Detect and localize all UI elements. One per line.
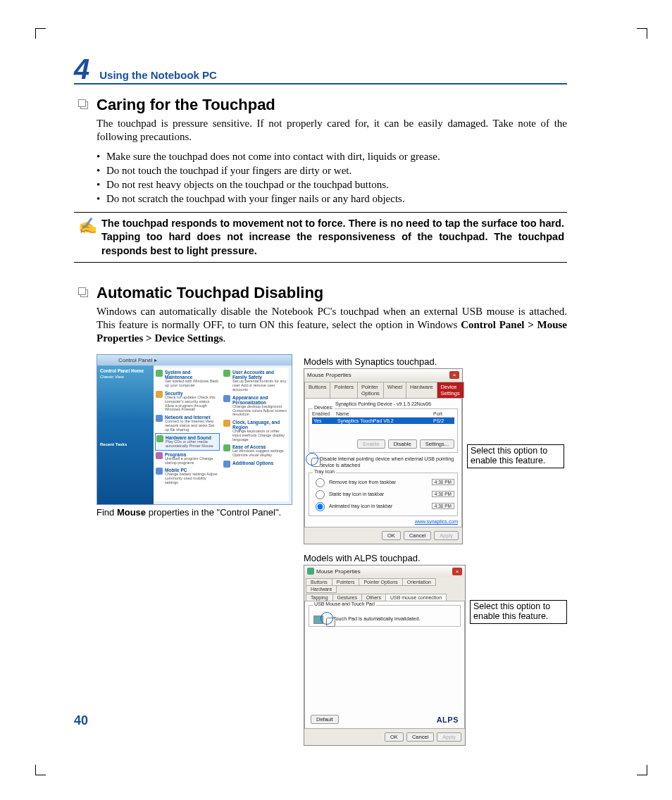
chapter-heading: 4 Using the Notebook PC	[74, 55, 567, 85]
cp-sub: Play CDs or other media automatically Pr…	[166, 440, 218, 449]
category-icon	[223, 444, 230, 451]
callout-alps: Select this option to enable this featur…	[470, 600, 567, 624]
checkbox-label: Touch Pad is automatically invalidated.	[333, 615, 420, 622]
tray-icon-group-label: Tray Icon	[313, 469, 336, 474]
note-icon: ✍	[74, 217, 101, 258]
synaptics-dialog: Mouse Properties × Buttons Pointers Poin…	[304, 368, 463, 544]
cancel-button[interactable]: Cancel	[406, 732, 434, 742]
time-preview: 4:30 PM	[432, 491, 454, 497]
category-icon	[223, 461, 230, 468]
category-icon	[156, 468, 163, 475]
ok-button[interactable]: OK	[382, 531, 401, 540]
radio-label: Static tray icon in taskbar	[329, 492, 384, 496]
sidebar-recent-title: Recent Tasks	[100, 442, 151, 446]
col-header: Enabled	[312, 411, 336, 416]
list-item: Do not scratch the touchpad with your fi…	[97, 193, 567, 205]
cell: PS/2	[433, 418, 454, 423]
time-preview: 4:30 PM	[432, 503, 454, 509]
cell: Yes	[312, 418, 337, 423]
tab-pointers[interactable]: Pointers	[330, 382, 358, 398]
cp-sub: Uninstall a program Change startup progr…	[165, 457, 219, 465]
note-text: The touchpad responds to movement not to…	[101, 217, 567, 258]
tab-bar: Buttons Pointers Pointer Options Wheel H…	[304, 380, 462, 398]
section-title-caring: Caring for the Touchpad	[97, 96, 567, 114]
figure-caption: Find Mouse properties in the "Control Pa…	[97, 507, 291, 518]
cp-hardware-sound-highlighted: Hardware and SoundPlay CDs or other medi…	[155, 433, 220, 451]
section-title-auto-disable: Automatic Touchpad Disabling	[97, 284, 567, 302]
cp-category: Additional Options	[232, 461, 273, 465]
category-icon	[156, 391, 163, 398]
close-icon[interactable]: ×	[449, 371, 459, 379]
cell: Synaptics TouchPad V6.2	[337, 418, 433, 423]
cp-sub: Change battery settings Adjust commonly …	[165, 473, 219, 485]
alps-header: Models with ALPS touchpad.	[304, 553, 567, 563]
radio-label: Animated tray icon in taskbar	[329, 504, 392, 508]
radio-label: Remove tray icon from taskbar	[329, 480, 396, 485]
category-icon	[156, 370, 163, 377]
checkbox-label: Disable internal pointing device when ex…	[320, 456, 454, 468]
alps-dialog: Mouse Properties × Buttons Pointers Poin…	[304, 565, 466, 746]
control-panel-sidebar: Control Panel Home Classic View Recent T…	[97, 365, 154, 504]
disable-button[interactable]: Disable	[388, 439, 417, 449]
section1-intro: The touchpad is pressure sensitive. If n…	[97, 117, 567, 144]
tab-hardware[interactable]: Hardware	[406, 382, 437, 398]
cp-category: User Accounts and Family Safety	[232, 370, 287, 380]
caption-text: properties in the "Control Panel".	[146, 507, 281, 518]
alps-logo: ALPS	[437, 715, 459, 724]
cancel-button[interactable]: Cancel	[404, 531, 431, 540]
tab-wheel[interactable]: Wheel	[383, 382, 406, 398]
cp-sub: Let Windows suggest settings Optimize vi…	[232, 449, 287, 458]
sidebar-title: Control Panel Home	[100, 368, 151, 373]
radio-animated-tray[interactable]: Animated tray icon in taskbar	[312, 500, 392, 511]
list-item: Do not touch the touchpad if your finger…	[97, 165, 567, 177]
col-header: Port	[433, 411, 454, 416]
radio-remove-tray[interactable]: Remove tray icon from taskbar	[312, 476, 396, 487]
tab-buttons[interactable]: Buttons	[304, 382, 330, 398]
ok-button[interactable]: OK	[385, 732, 404, 742]
chapter-title: Using the Notebook PC	[99, 69, 217, 81]
tab-hardware[interactable]: Hardware	[306, 585, 337, 593]
cp-category: System and Maintenance	[165, 370, 219, 380]
cp-sub: Get started with Windows Back up your co…	[165, 380, 219, 388]
dialog-title: Mouse Properties	[316, 568, 361, 575]
cp-sub: Change keyboards or other input methods …	[232, 430, 287, 442]
enable-button: Enable	[357, 439, 385, 449]
apply-button: Apply	[434, 531, 459, 540]
category-icon	[156, 435, 163, 442]
default-button[interactable]: Default	[311, 715, 339, 724]
close-icon[interactable]: ×	[452, 568, 462, 575]
settings-button[interactable]: Settings...	[420, 439, 454, 449]
tab-orientation[interactable]: Orientation	[402, 578, 436, 586]
note-callout: ✍ The touchpad responds to movement not …	[74, 212, 567, 263]
cp-sub: Change desktop background Customize colo…	[232, 405, 287, 417]
tab-pointer-options[interactable]: Pointer Options	[357, 382, 384, 398]
cp-sub: Connect to the Internet View network sta…	[165, 420, 219, 432]
precautions-list: Make sure the touchpad does not come int…	[97, 151, 567, 205]
tab-device-settings[interactable]: Device Settings	[437, 382, 464, 398]
col-header: Name	[336, 411, 433, 416]
device-row-selected[interactable]: Yes Synaptics TouchPad V6.2 PS/2	[312, 418, 454, 424]
category-icon	[223, 370, 230, 377]
section-marker-icon	[78, 99, 87, 108]
chapter-number: 4	[74, 55, 89, 83]
sidebar-item: Classic View	[100, 375, 151, 379]
cp-sub: Check for updates Check this computer's …	[165, 396, 219, 412]
tab-pointer-options[interactable]: Pointer Options	[359, 578, 402, 586]
cp-category: Appearance and Personalization	[232, 395, 287, 405]
cp-sub: Set up parental controls for any user Ad…	[232, 380, 287, 392]
disable-internal-checkbox[interactable]: Disable internal pointing device when ex…	[309, 456, 458, 468]
caption-bold: Mouse	[117, 507, 146, 518]
section-marker-icon	[78, 287, 87, 296]
time-preview: 4:30 PM	[432, 479, 454, 485]
section2-body: Windows can automatically disable the No…	[97, 305, 567, 344]
cp-category: Clock, Language, and Region	[232, 420, 287, 430]
apply-button: Apply	[437, 732, 461, 742]
body-text: .	[223, 332, 225, 344]
usb-mouse-group-label: USB Mouse and Touch Pad	[313, 601, 376, 606]
radio-static-tray[interactable]: Static tray icon in taskbar	[312, 488, 384, 499]
dialog-title: Mouse Properties	[307, 372, 351, 378]
synaptics-header: Models with Synaptics touchpad.	[304, 356, 567, 367]
synaptics-link[interactable]: www.synaptics.com	[309, 519, 458, 524]
mouse-icon	[307, 568, 314, 575]
category-icon	[156, 415, 163, 422]
